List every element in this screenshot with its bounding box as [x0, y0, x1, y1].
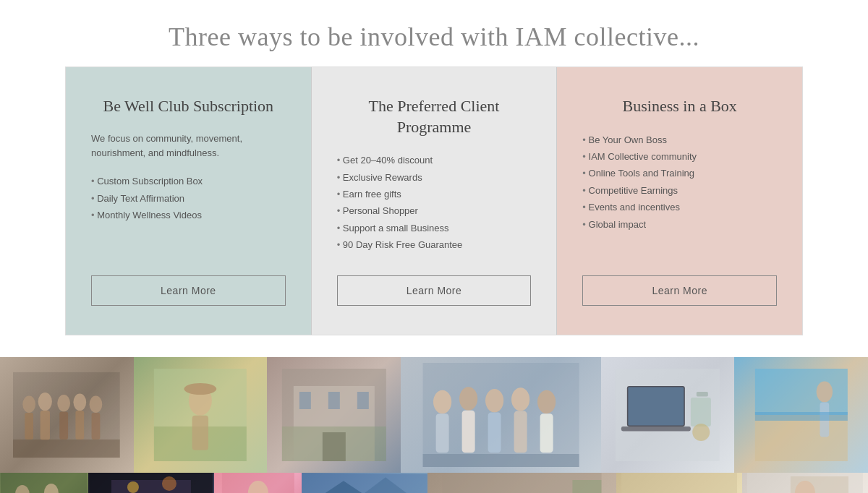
- card-3-learn-more-button[interactable]: Learn More: [582, 275, 777, 306]
- list-item: IAM Collective community: [582, 148, 697, 165]
- photo-beach-woman: [734, 357, 868, 473]
- svg-point-33: [537, 390, 556, 413]
- svg-point-5: [58, 394, 71, 411]
- list-item: Earn free gifts: [337, 186, 463, 202]
- photo-sunglasses: [616, 473, 742, 493]
- photo-image: [134, 357, 268, 473]
- svg-rect-73: [573, 480, 602, 493]
- photo-image: [401, 357, 601, 473]
- card-be-well-club: Be Well Club Subscription We focus on co…: [66, 67, 312, 335]
- svg-rect-32: [514, 411, 527, 453]
- svg-point-56: [127, 481, 139, 493]
- svg-rect-23: [282, 426, 386, 461]
- cards-wrapper: Be Well Club Subscription We focus on co…: [0, 67, 868, 357]
- card-1-title: Be Well Club Subscription: [91, 96, 286, 117]
- photo-image: [302, 473, 427, 493]
- photo-image: [734, 357, 868, 473]
- photo-image: [214, 473, 302, 493]
- photo-row-1: [0, 357, 868, 473]
- photo-crowd-event: [427, 473, 616, 493]
- photo-image: [267, 357, 401, 473]
- svg-rect-11: [13, 439, 120, 457]
- list-item: Get 20–40% discount: [337, 152, 463, 168]
- svg-point-3: [38, 393, 52, 411]
- photo-building: [267, 357, 401, 473]
- cards-section: Be Well Club Subscription We focus on co…: [65, 67, 803, 335]
- photo-party-group: [401, 357, 601, 473]
- svg-rect-42: [697, 392, 708, 396]
- photo-woman-hat: [134, 357, 268, 473]
- svg-rect-40: [691, 398, 711, 426]
- list-item: Online Tools and Training: [582, 165, 697, 181]
- photo-image: [88, 473, 214, 493]
- photo-image: [616, 473, 742, 493]
- photo-grid: [0, 357, 868, 493]
- svg-rect-2: [25, 413, 34, 440]
- svg-rect-6: [60, 411, 69, 439]
- photo-concert: [88, 473, 214, 493]
- list-item: Monthly Wellness Videos: [91, 207, 203, 223]
- svg-rect-34: [540, 413, 553, 453]
- list-item: Custom Subscription Box: [91, 173, 203, 189]
- svg-rect-48: [1, 473, 88, 493]
- svg-point-29: [485, 389, 503, 412]
- photo-outdoor-grass: [0, 473, 88, 493]
- svg-rect-38: [629, 387, 684, 425]
- card-preferred-client: The Preferred Client Programme Get 20–40…: [312, 67, 558, 335]
- photo-pink-wall: [214, 473, 302, 493]
- header-section: Three ways to be involved with IAM colle…: [0, 0, 868, 67]
- card-1-learn-more-button[interactable]: Learn More: [91, 275, 286, 306]
- photo-image: [427, 473, 616, 493]
- svg-rect-19: [299, 392, 311, 409]
- photo-image: [601, 357, 735, 473]
- photo-image: [0, 473, 88, 493]
- list-item: Global impact: [582, 216, 697, 233]
- svg-point-9: [90, 395, 103, 413]
- svg-point-45: [816, 381, 832, 402]
- svg-rect-35: [422, 454, 579, 467]
- svg-point-1: [23, 395, 36, 413]
- card-1-description: We focus on community, movement, nourish…: [91, 132, 286, 162]
- card-3-title: Business in a Box: [582, 96, 777, 117]
- photo-mountains-group: [302, 473, 427, 493]
- svg-rect-30: [488, 412, 501, 453]
- svg-point-41: [692, 424, 710, 441]
- photo-women-group: [0, 357, 134, 473]
- list-item: Personal Shopper: [337, 202, 463, 219]
- svg-rect-8: [76, 411, 85, 440]
- svg-point-57: [162, 476, 176, 491]
- card-2-title: The Preferred Client Programme: [337, 96, 532, 137]
- list-item: 90 Day Risk Free Guarantee: [337, 236, 463, 253]
- svg-rect-65: [302, 473, 427, 493]
- svg-point-27: [459, 387, 477, 410]
- svg-rect-80: [621, 473, 737, 493]
- list-item: Events and incentives: [582, 199, 697, 215]
- svg-rect-47: [755, 412, 848, 421]
- card-1-list: Custom Subscription Box Daily Text Affir…: [91, 173, 203, 223]
- svg-rect-28: [461, 410, 475, 453]
- svg-rect-39: [621, 426, 691, 431]
- photo-image: [742, 473, 868, 493]
- list-item: Daily Text Affirmation: [91, 190, 203, 207]
- svg-rect-55: [111, 480, 191, 493]
- list-item: Be Your Own Boss: [582, 132, 697, 148]
- card-2-learn-more-button[interactable]: Learn More: [337, 275, 532, 306]
- list-item: Competitive Earnings: [582, 182, 697, 199]
- card-3-list: Be Your Own Boss IAM Collective communit…: [582, 132, 697, 233]
- photo-woman-white: [742, 473, 868, 493]
- page-title: Three ways to be involved with IAM colle…: [14, 22, 854, 52]
- svg-point-7: [74, 393, 87, 411]
- photo-laptop-products: [601, 357, 735, 473]
- svg-rect-21: [357, 392, 369, 409]
- svg-rect-20: [328, 392, 340, 409]
- card-2-list: Get 20–40% discount Exclusive Rewards Ea…: [337, 152, 463, 253]
- photo-row-2: [0, 473, 868, 493]
- svg-point-15: [184, 383, 217, 395]
- list-item: Support a small Business: [337, 220, 463, 236]
- svg-rect-44: [755, 415, 848, 461]
- svg-rect-4: [41, 411, 50, 440]
- svg-rect-16: [192, 415, 208, 450]
- list-item: Exclusive Rewards: [337, 169, 463, 186]
- svg-rect-10: [92, 413, 101, 440]
- card-business-in-box: Business in a Box Be Your Own Boss IAM C…: [557, 67, 802, 335]
